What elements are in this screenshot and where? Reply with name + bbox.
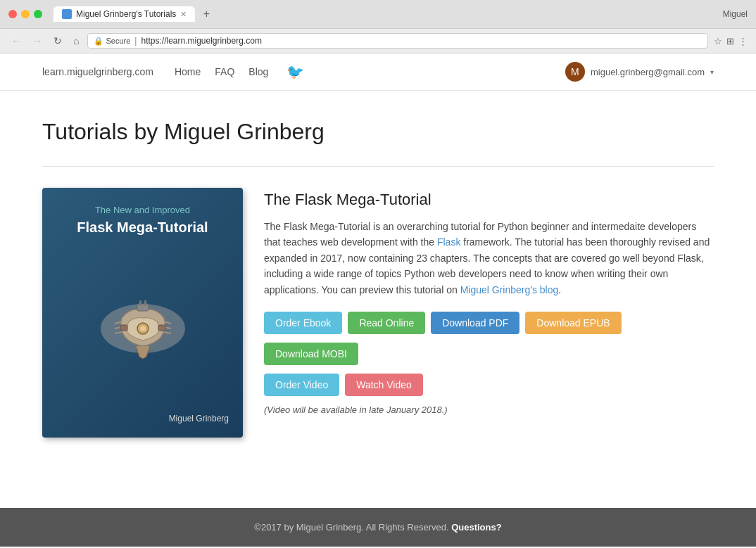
nav-link-blog[interactable]: Blog (248, 66, 268, 77)
address-actions: ☆ ⊞ ⋮ (714, 36, 748, 46)
refresh-button[interactable]: ↻ (51, 34, 65, 48)
close-traffic-light[interactable] (8, 10, 17, 18)
twitter-icon[interactable]: 🐦 (286, 63, 304, 80)
tutorial-card: The New and Improved Flask Mega-Tutorial (42, 188, 714, 438)
footer-text: ©2017 by Miguel Grinberg. All Rights Res… (254, 522, 451, 533)
home-button[interactable]: ⌂ (70, 34, 82, 48)
download-mobi-button[interactable]: Download MOBI (264, 343, 358, 365)
site-brand[interactable]: learn.miguelgrinberg.com (42, 66, 153, 77)
video-note: (Video will be available in late January… (264, 404, 714, 415)
svg-rect-3 (137, 304, 149, 311)
secure-badge: 🔒 Secure (94, 37, 130, 46)
book-image-area (56, 236, 229, 414)
svg-rect-5 (144, 300, 146, 306)
tab-bar: Miguel Grinberg's Tutorials ✕ + (53, 6, 717, 23)
fullscreen-traffic-light[interactable] (34, 10, 42, 18)
site-footer: ©2017 by Miguel Grinberg. All Rights Res… (0, 508, 756, 547)
section-divider (42, 166, 714, 167)
tab-favicon (62, 9, 72, 19)
page-title: Tutorials by Miguel Grinberg (42, 119, 714, 145)
back-button[interactable]: ← (8, 34, 24, 48)
site-navbar: learn.miguelgrinberg.com Home FAQ Blog 🐦… (0, 53, 756, 91)
book-cover-top: The New and Improved Flask Mega-Tutorial (77, 205, 208, 236)
lock-icon: 🔒 (94, 37, 103, 46)
address-bar[interactable]: 🔒 Secure | https://learn.miguelgrinberg.… (87, 33, 708, 49)
minimize-traffic-light[interactable] (21, 10, 30, 18)
tutorial-title: The Flask Mega-Tutorial (264, 191, 714, 209)
book-cover: The New and Improved Flask Mega-Tutorial (42, 188, 243, 438)
book-artifact-image (87, 283, 199, 367)
nav-link-faq[interactable]: FAQ (215, 66, 234, 77)
svg-rect-6 (120, 325, 127, 331)
svg-rect-4 (139, 300, 141, 306)
url-separator: | (134, 36, 137, 46)
book-title-cover: Flask Mega-Tutorial (77, 218, 208, 236)
user-menu[interactable]: M miguel.grinberg@gmail.com ▾ (565, 62, 714, 82)
new-tab-button[interactable]: + (198, 6, 215, 23)
user-email: miguel.grinberg@gmail.com (591, 67, 705, 77)
tab-close-button[interactable]: ✕ (180, 10, 187, 19)
secure-label: Secure (106, 37, 130, 45)
book-subtitle: The New and Improved (77, 205, 208, 215)
traffic-lights (8, 10, 42, 18)
order-video-button[interactable]: Order Video (264, 374, 339, 396)
dropdown-arrow-icon: ▾ (710, 68, 714, 76)
order-ebook-button[interactable]: Order Ebook (264, 312, 342, 334)
extensions-button[interactable]: ⊞ (726, 36, 734, 46)
url-domain: learn.miguelgrinberg.com (166, 36, 261, 46)
active-tab[interactable]: Miguel Grinberg's Tutorials ✕ (53, 6, 195, 22)
browser-chrome: Miguel Grinberg's Tutorials ✕ + Miguel ←… (0, 0, 756, 53)
user-avatar: M (565, 62, 585, 82)
footer-questions-link[interactable]: Questions? (451, 522, 502, 533)
download-epub-button[interactable]: Download EPUB (525, 312, 621, 334)
watch-video-button[interactable]: Watch Video (345, 374, 423, 396)
browser-titlebar: Miguel Grinberg's Tutorials ✕ + Miguel (0, 0, 756, 29)
svg-rect-7 (158, 325, 165, 331)
address-url: https://learn.miguelgrinberg.com (141, 36, 261, 46)
main-content: Tutorials by Miguel Grinberg The New and… (0, 91, 756, 466)
blog-link[interactable]: Miguel Grinberg's blog (460, 284, 559, 295)
book-author: Miguel Grinberg (169, 414, 229, 423)
url-protocol: https:// (141, 36, 166, 46)
nav-link-home[interactable]: Home (175, 66, 201, 77)
address-bar-row: ← → ↻ ⌂ 🔒 Secure | https://learn.miguelg… (0, 29, 756, 53)
nav-links: Home FAQ Blog 🐦 (175, 63, 304, 80)
forward-button[interactable]: → (30, 34, 45, 48)
read-online-button[interactable]: Read Online (348, 312, 425, 334)
browser-user-profile: Miguel (723, 9, 748, 19)
tutorial-description: The Flask Mega-Tutorial is an overarchin… (264, 219, 714, 298)
video-button-row: Order Video Watch Video (264, 374, 714, 396)
secondary-button-row: Download MOBI (264, 343, 714, 365)
svg-point-2 (140, 326, 146, 331)
tab-title: Miguel Grinberg's Tutorials (76, 9, 176, 19)
flask-link[interactable]: Flask (437, 236, 460, 248)
star-button[interactable]: ☆ (714, 36, 722, 46)
download-pdf-button[interactable]: Download PDF (431, 312, 519, 334)
menu-button[interactable]: ⋮ (738, 36, 748, 46)
description-end: . (558, 284, 561, 295)
primary-button-row: Order Ebook Read Online Download PDF Dow… (264, 312, 714, 334)
tutorial-info: The Flask Mega-Tutorial The Flask Mega-T… (264, 188, 714, 415)
